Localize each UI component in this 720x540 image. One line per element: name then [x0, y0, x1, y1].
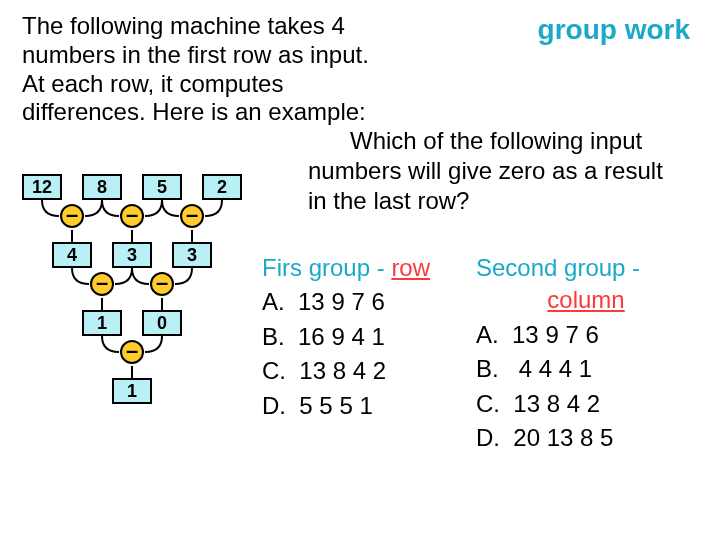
- option-a: A. 13 9 7 6: [476, 319, 696, 351]
- minus-icon: –: [120, 340, 144, 364]
- option-b: B. 16 9 4 1: [262, 321, 472, 353]
- option-c: C. 13 8 4 2: [476, 388, 696, 420]
- minus-icon: –: [90, 272, 114, 296]
- option-d: D. 20 13 8 5: [476, 422, 696, 454]
- cell-r1-2: 3: [172, 242, 212, 268]
- question-text: Which of the following input numbers wil…: [308, 126, 688, 216]
- difference-machine-diagram: 12 8 5 2 – – – 4 3 3 – – 1 0 – 1: [14, 172, 262, 442]
- intro-text: The following machine takes 4 numbers in…: [22, 12, 382, 127]
- option-c: C. 13 8 4 2: [262, 355, 472, 387]
- second-group-label: column: [476, 284, 696, 316]
- first-group-options: A. 13 9 7 6 B. 16 9 4 1 C. 13 8 4 2 D. 5…: [262, 286, 472, 422]
- cell-r0-0: 12: [22, 174, 62, 200]
- group-work-label: group work: [538, 14, 690, 46]
- minus-icon: –: [180, 204, 204, 228]
- second-group-title: Second group -: [476, 254, 640, 281]
- option-d: D. 5 5 5 1: [262, 390, 472, 422]
- first-group-title: Firs group -: [262, 254, 391, 281]
- cell-r1-0: 4: [52, 242, 92, 268]
- second-group: Second group - column A. 13 9 7 6 B. 4 4…: [476, 252, 696, 454]
- option-b: B. 4 4 4 1: [476, 353, 696, 385]
- cell-r0-3: 2: [202, 174, 242, 200]
- cell-r0-2: 5: [142, 174, 182, 200]
- cell-r3-0: 1: [112, 378, 152, 404]
- cell-r1-1: 3: [112, 242, 152, 268]
- minus-icon: –: [60, 204, 84, 228]
- cell-r2-1: 0: [142, 310, 182, 336]
- cell-r0-1: 8: [82, 174, 122, 200]
- first-group-label: row: [391, 254, 430, 281]
- minus-icon: –: [120, 204, 144, 228]
- second-group-options: A. 13 9 7 6 B. 4 4 4 1 C. 13 8 4 2 D. 20…: [476, 319, 696, 455]
- first-group: Firs group - row A. 13 9 7 6 B. 16 9 4 1…: [262, 252, 472, 422]
- cell-r2-0: 1: [82, 310, 122, 336]
- minus-icon: –: [150, 272, 174, 296]
- option-a: A. 13 9 7 6: [262, 286, 472, 318]
